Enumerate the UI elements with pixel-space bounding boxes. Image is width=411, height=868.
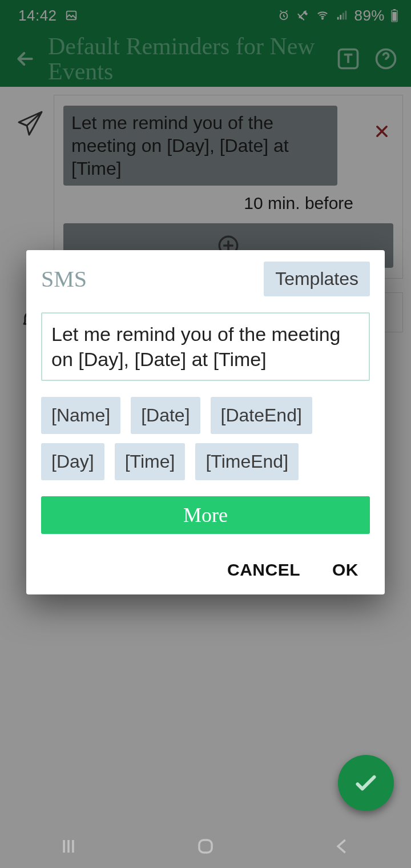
sms-text-input[interactable]: Let me remind you of the meeting on [Day… <box>41 312 370 381</box>
svg-rect-13 <box>199 840 212 853</box>
templates-button[interactable]: Templates <box>264 262 370 296</box>
chip-day[interactable]: [Day] <box>41 443 104 480</box>
ok-button[interactable]: OK <box>332 560 358 580</box>
confirm-fab[interactable] <box>338 755 394 811</box>
home-button[interactable] <box>195 835 216 859</box>
chip-time-end[interactable]: [TimeEnd] <box>195 443 299 480</box>
chip-date[interactable]: [Date] <box>131 397 200 434</box>
dialog-title: SMS <box>41 266 87 292</box>
placeholder-chip-row: [Name] [Date] [DateEnd] [Day] [Time] [Ti… <box>41 397 370 480</box>
recents-button[interactable] <box>58 835 79 859</box>
nav-back-button[interactable] <box>332 835 353 859</box>
system-nav-bar <box>0 827 411 868</box>
more-button[interactable]: More <box>41 496 370 534</box>
cancel-button[interactable]: CANCEL <box>227 560 300 580</box>
chip-time[interactable]: [Time] <box>115 443 186 480</box>
chip-date-end[interactable]: [DateEnd] <box>211 397 312 434</box>
chip-name[interactable]: [Name] <box>41 397 120 434</box>
sms-edit-dialog: SMS Templates Let me remind you of the m… <box>26 250 385 594</box>
